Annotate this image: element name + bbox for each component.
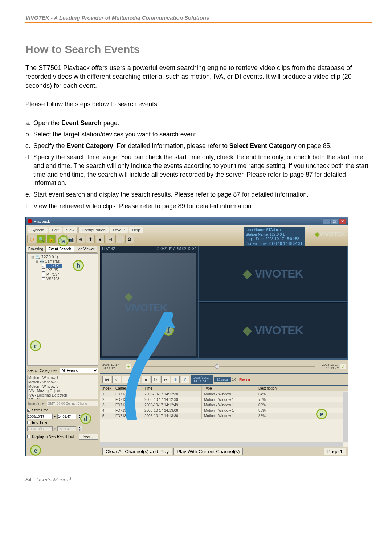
col-index[interactable]: Index bbox=[100, 386, 113, 391]
page-header: VIVOTEK - A Leading Provider of Multimed… bbox=[25, 15, 372, 23]
fullscreen-icon[interactable]: ⛶ bbox=[115, 235, 124, 243]
speed-up-icon[interactable]: ⤊ bbox=[181, 376, 189, 383]
table-row[interactable]: 5FD71322008-10-17 14:13:36Motion - Windo… bbox=[100, 413, 348, 419]
playback-controls: ⏮ ◁ ⏸ ▷ ■ ▷ ⏭ ⤋ ⤊ 2008/10/17 14:12:34 20… bbox=[100, 374, 348, 385]
display-new-label: Display in New Result List bbox=[32, 435, 77, 439]
dropdown-icon[interactable]: ▾ bbox=[54, 427, 56, 431]
end-time-checkbox[interactable] bbox=[27, 421, 30, 424]
cam-checkbox[interactable] bbox=[42, 264, 45, 267]
video-cell-3[interactable]: ◆ VIVOTEK bbox=[199, 302, 347, 358]
timezone-label: Time Zone: bbox=[27, 402, 45, 406]
speaker-icon[interactable]: 🔈 bbox=[57, 235, 65, 243]
play-icon[interactable]: ▷ bbox=[132, 376, 140, 383]
display-new-checkbox[interactable] bbox=[27, 435, 30, 438]
end-date-input[interactable] bbox=[27, 426, 53, 431]
record-icon[interactable]: ● bbox=[96, 235, 105, 243]
time-spinner[interactable]: ▴▾ bbox=[78, 414, 82, 419]
menu-toolbar: System Edit View Configuration Layout He… bbox=[26, 225, 348, 246]
search-button[interactable]: Search bbox=[79, 434, 98, 440]
layout-grid-icon[interactable]: ⊞ bbox=[106, 235, 114, 243]
menu-view[interactable]: View bbox=[63, 227, 78, 233]
zoom-out-icon[interactable]: ⤢ bbox=[340, 364, 346, 369]
step-e: e. Start event search and display the se… bbox=[25, 190, 372, 199]
page-button[interactable]: Page 1 bbox=[324, 448, 346, 455]
skip-start-icon[interactable]: ⏮ bbox=[102, 376, 111, 383]
start-time-input[interactable] bbox=[57, 414, 76, 419]
pause-icon[interactable]: ⏸ bbox=[122, 376, 131, 383]
step-d: d. Specify the search time range. You ca… bbox=[25, 153, 372, 188]
step-f: f. View the retrieved video clips. Pleas… bbox=[25, 202, 372, 211]
tab-log-viewer[interactable]: Log Viewer bbox=[74, 246, 97, 253]
page-footer: 84 - User's Manual bbox=[25, 476, 372, 483]
menu-layout[interactable]: Layout bbox=[110, 227, 128, 233]
tab-event-search[interactable]: Event Search bbox=[46, 246, 74, 253]
col-time[interactable]: Time bbox=[142, 386, 202, 391]
minimize-button[interactable]: _ bbox=[323, 218, 330, 224]
bottom-action-bar: Clear All Channel(s) and Play Play With … bbox=[100, 447, 348, 456]
timeline: 2008-10-17 14:12:27 + 2008-10-17 14:12:4… bbox=[100, 360, 348, 373]
watermark-logo: ◆ VIVOTEK bbox=[125, 290, 173, 314]
timeline-start: 2008-10-17 14:12:27 bbox=[102, 363, 124, 370]
menu-system[interactable]: System bbox=[28, 227, 48, 233]
table-row[interactable]: 2FD71322008-10-17 14:12:39Motion - Windo… bbox=[100, 397, 348, 402]
play-timestamp: 2008/10/17 14:12:34 bbox=[191, 375, 213, 384]
export-icon[interactable]: ⬆ bbox=[86, 235, 95, 243]
steps-list: a. Open the Event Search page. b. Select… bbox=[25, 119, 372, 211]
close-button[interactable]: ✕ bbox=[339, 218, 346, 224]
unlock-icon[interactable]: 🔓 bbox=[47, 235, 56, 243]
intro-paragraph: The ST7501 Playback offers users a power… bbox=[25, 63, 372, 90]
device-tree[interactable]: ⊟ 📇 (127.0.0.1) ⊟ 📇 Cameras FD7132 IP713… bbox=[27, 253, 98, 366]
table-row[interactable]: 4FD71322008-10-17 14:13:08Motion - Windo… bbox=[100, 408, 348, 413]
header-brand-text: VIVOTEK - A Leading Provider of Multimed… bbox=[25, 15, 209, 21]
next-frame-icon[interactable]: ▷ bbox=[151, 376, 160, 383]
prev-frame-icon[interactable]: ◁ bbox=[112, 376, 121, 383]
event-search-icon[interactable]: 🔍 bbox=[37, 235, 46, 243]
power-icon[interactable]: ⏻ bbox=[27, 235, 36, 243]
camera-icon[interactable]: 📷 bbox=[66, 235, 75, 243]
print-icon[interactable]: 🖨 bbox=[76, 235, 85, 243]
menu-configuration[interactable]: Configuration bbox=[78, 227, 109, 233]
zoom-in-icon[interactable]: + bbox=[126, 364, 131, 369]
menu-help[interactable]: Help bbox=[129, 227, 144, 233]
search-categories-select[interactable]: All Events bbox=[60, 368, 98, 373]
left-panel: Browsing Event Search Log Viewer ⊟ 📇 (12… bbox=[26, 246, 100, 456]
horizontal-scrollbar[interactable] bbox=[100, 442, 343, 447]
watermark-logo: ◆ VIVOTEK bbox=[243, 267, 303, 280]
tab-browsing[interactable]: Browsing bbox=[26, 246, 46, 253]
stop-icon[interactable]: ■ bbox=[142, 376, 150, 383]
timeline-thumb[interactable] bbox=[215, 364, 219, 369]
menu-edit[interactable]: Edit bbox=[49, 227, 62, 233]
skip-end-icon[interactable]: ⏭ bbox=[161, 376, 170, 383]
clear-all-button[interactable]: Clear All Channel(s) and Play bbox=[102, 448, 172, 455]
watermark-logo: ◆ VIVOTEK bbox=[243, 323, 303, 337]
col-type[interactable]: Type bbox=[202, 386, 256, 391]
settings-icon[interactable]: ⚙ bbox=[125, 235, 134, 243]
video-cell-2[interactable]: ◆ VIVOTEK bbox=[199, 246, 347, 301]
user-info-panel: User Name: STAdmin Station Name: 127.0.0… bbox=[244, 227, 305, 247]
col-description[interactable]: Description bbox=[256, 386, 348, 391]
step-a: a. Open the Event Search page. bbox=[25, 119, 372, 128]
timeline-track[interactable] bbox=[133, 366, 315, 367]
vertical-scrollbar[interactable] bbox=[343, 392, 348, 442]
table-row[interactable]: 1FD71322008-10-17 14:12:30Motion - Windo… bbox=[100, 391, 348, 397]
timezone-input[interactable] bbox=[47, 401, 98, 406]
time-spinner[interactable]: ▴▾ bbox=[78, 426, 82, 431]
category-list[interactable]: Motion - Window 1 Motion - Window 2 Moti… bbox=[27, 375, 98, 399]
play-current-button[interactable]: Play With Current Channel(s) bbox=[173, 448, 243, 455]
dropdown-icon[interactable]: ▾ bbox=[54, 415, 56, 418]
app-icon bbox=[28, 219, 32, 223]
video-main[interactable]: FD7132 2008/10/17 PM 02:12:34 ◆ VIVOTEK bbox=[100, 246, 198, 358]
maximize-button[interactable]: □ bbox=[331, 218, 338, 224]
page-title: How to Search Events bbox=[25, 43, 372, 56]
end-time-input[interactable] bbox=[57, 426, 76, 431]
start-date-input[interactable] bbox=[27, 414, 53, 419]
speed-down-icon[interactable]: ⤋ bbox=[171, 376, 180, 383]
cam-checkbox[interactable] bbox=[42, 273, 45, 276]
search-categories-row: Search Categories: All Events bbox=[27, 368, 98, 373]
cam-checkbox[interactable] bbox=[42, 268, 45, 272]
col-camera[interactable]: Camera bbox=[113, 386, 142, 391]
start-time-checkbox[interactable] bbox=[27, 409, 30, 412]
start-time-label: Start Time: bbox=[32, 408, 49, 412]
table-row[interactable]: 3FD71322008-10-17 14:12:49Motion - Windo… bbox=[100, 402, 348, 408]
cam-checkbox[interactable] bbox=[42, 277, 45, 280]
